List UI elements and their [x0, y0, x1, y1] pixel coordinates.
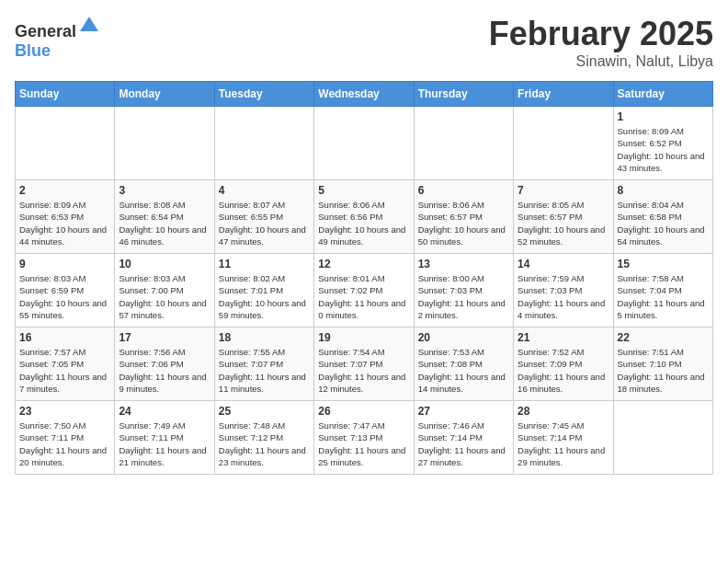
weekday-header-row: SundayMondayTuesdayWednesdayThursdayFrid…	[16, 82, 713, 107]
calendar-cell: 18Sunrise: 7:55 AM Sunset: 7:07 PM Dayli…	[214, 327, 313, 401]
day-info: Sunrise: 7:57 AM Sunset: 7:05 PM Dayligh…	[19, 346, 110, 395]
day-info: Sunrise: 7:49 AM Sunset: 7:11 PM Dayligh…	[119, 419, 210, 468]
calendar-cell: 14Sunrise: 7:59 AM Sunset: 7:03 PM Dayli…	[514, 254, 613, 327]
day-info: Sunrise: 8:03 AM Sunset: 6:59 PM Dayligh…	[19, 272, 110, 321]
day-number: 23	[19, 405, 110, 418]
calendar-cell: 26Sunrise: 7:47 AM Sunset: 7:13 PM Dayli…	[314, 401, 414, 475]
day-number: 8	[618, 184, 709, 197]
weekday-header-thursday: Thursday	[414, 82, 513, 107]
day-number: 10	[119, 258, 210, 270]
calendar-cell	[414, 107, 513, 180]
calendar-cell: 24Sunrise: 7:49 AM Sunset: 7:11 PM Dayli…	[115, 401, 214, 475]
day-info: Sunrise: 7:53 AM Sunset: 7:08 PM Dayligh…	[418, 346, 509, 395]
calendar-cell: 7Sunrise: 8:05 AM Sunset: 6:57 PM Daylig…	[514, 180, 613, 254]
day-number: 15	[618, 258, 709, 270]
day-info: Sunrise: 7:54 AM Sunset: 7:07 PM Dayligh…	[318, 346, 409, 395]
day-number: 24	[119, 405, 210, 418]
day-number: 16	[19, 331, 110, 344]
calendar-cell	[314, 107, 414, 180]
day-number: 26	[318, 405, 409, 418]
day-info: Sunrise: 7:46 AM Sunset: 7:14 PM Dayligh…	[418, 419, 509, 468]
day-info: Sunrise: 7:52 AM Sunset: 7:09 PM Dayligh…	[518, 346, 609, 395]
day-number: 22	[618, 331, 709, 344]
calendar-cell: 25Sunrise: 7:48 AM Sunset: 7:12 PM Dayli…	[214, 401, 313, 475]
calendar-cell: 10Sunrise: 8:03 AM Sunset: 7:00 PM Dayli…	[115, 254, 214, 327]
calendar-cell: 28Sunrise: 7:45 AM Sunset: 7:14 PM Dayli…	[514, 401, 613, 475]
day-number: 25	[219, 405, 310, 418]
day-info: Sunrise: 8:09 AM Sunset: 6:53 PM Dayligh…	[19, 199, 110, 247]
calendar-cell	[115, 107, 214, 180]
day-info: Sunrise: 7:56 AM Sunset: 7:06 PM Dayligh…	[119, 346, 210, 395]
weekday-header-friday: Friday	[514, 82, 613, 107]
weekday-header-tuesday: Tuesday	[214, 82, 313, 107]
calendar-cell	[613, 401, 712, 475]
calendar-cell: 1Sunrise: 8:09 AM Sunset: 6:52 PM Daylig…	[613, 107, 712, 180]
month-year-title: February 2025	[489, 15, 713, 53]
calendar-cell	[514, 107, 613, 180]
logo-icon	[78, 15, 100, 37]
calendar-week-1: 1Sunrise: 8:09 AM Sunset: 6:52 PM Daylig…	[16, 107, 713, 180]
day-number: 3	[119, 184, 210, 197]
calendar-cell: 19Sunrise: 7:54 AM Sunset: 7:07 PM Dayli…	[314, 327, 414, 401]
day-info: Sunrise: 8:04 AM Sunset: 6:58 PM Dayligh…	[618, 199, 709, 247]
calendar-cell: 20Sunrise: 7:53 AM Sunset: 7:08 PM Dayli…	[414, 327, 513, 401]
calendar-cell	[16, 107, 115, 180]
day-number: 12	[318, 258, 409, 270]
day-number: 6	[418, 184, 509, 197]
day-number: 19	[318, 331, 409, 344]
weekday-header-wednesday: Wednesday	[314, 82, 414, 107]
calendar-cell: 17Sunrise: 7:56 AM Sunset: 7:06 PM Dayli…	[115, 327, 214, 401]
day-info: Sunrise: 7:47 AM Sunset: 7:13 PM Dayligh…	[318, 419, 409, 468]
day-info: Sunrise: 7:45 AM Sunset: 7:14 PM Dayligh…	[518, 419, 609, 468]
calendar-cell: 9Sunrise: 8:03 AM Sunset: 6:59 PM Daylig…	[16, 254, 115, 327]
calendar-cell: 23Sunrise: 7:50 AM Sunset: 7:11 PM Dayli…	[16, 401, 115, 475]
calendar-week-4: 16Sunrise: 7:57 AM Sunset: 7:05 PM Dayli…	[16, 327, 713, 401]
calendar-cell: 16Sunrise: 7:57 AM Sunset: 7:05 PM Dayli…	[16, 327, 115, 401]
calendar-cell: 2Sunrise: 8:09 AM Sunset: 6:53 PM Daylig…	[16, 180, 115, 254]
day-info: Sunrise: 8:09 AM Sunset: 6:52 PM Dayligh…	[618, 125, 709, 174]
day-number: 18	[219, 331, 310, 344]
location-subtitle: Sinawin, Nalut, Libya	[489, 53, 713, 70]
day-info: Sunrise: 7:50 AM Sunset: 7:11 PM Dayligh…	[19, 419, 110, 468]
day-number: 20	[418, 331, 509, 344]
day-info: Sunrise: 7:48 AM Sunset: 7:12 PM Dayligh…	[219, 419, 310, 468]
calendar-cell: 4Sunrise: 8:07 AM Sunset: 6:55 PM Daylig…	[214, 180, 313, 254]
calendar-cell: 15Sunrise: 7:58 AM Sunset: 7:04 PM Dayli…	[613, 254, 712, 327]
logo-text: General Blue	[15, 15, 100, 61]
day-info: Sunrise: 8:03 AM Sunset: 7:00 PM Dayligh…	[119, 272, 210, 321]
day-info: Sunrise: 8:02 AM Sunset: 7:01 PM Dayligh…	[219, 272, 310, 321]
day-info: Sunrise: 8:01 AM Sunset: 7:02 PM Dayligh…	[318, 272, 409, 321]
day-info: Sunrise: 8:05 AM Sunset: 6:57 PM Dayligh…	[518, 199, 609, 247]
day-number: 9	[19, 258, 110, 270]
logo-blue: Blue	[15, 41, 51, 60]
calendar-week-3: 9Sunrise: 8:03 AM Sunset: 6:59 PM Daylig…	[16, 254, 713, 327]
day-info: Sunrise: 8:06 AM Sunset: 6:57 PM Dayligh…	[418, 199, 509, 247]
calendar-cell: 8Sunrise: 8:04 AM Sunset: 6:58 PM Daylig…	[613, 180, 712, 254]
day-info: Sunrise: 7:51 AM Sunset: 7:10 PM Dayligh…	[618, 346, 709, 395]
weekday-header-monday: Monday	[115, 82, 214, 107]
day-number: 14	[518, 258, 609, 270]
svg-marker-0	[80, 17, 98, 31]
calendar-cell	[214, 107, 313, 180]
day-info: Sunrise: 7:55 AM Sunset: 7:07 PM Dayligh…	[219, 346, 310, 395]
day-info: Sunrise: 8:06 AM Sunset: 6:56 PM Dayligh…	[318, 199, 409, 247]
calendar-cell: 11Sunrise: 8:02 AM Sunset: 7:01 PM Dayli…	[214, 254, 313, 327]
calendar-cell: 21Sunrise: 7:52 AM Sunset: 7:09 PM Dayli…	[514, 327, 613, 401]
calendar-cell: 22Sunrise: 7:51 AM Sunset: 7:10 PM Dayli…	[613, 327, 712, 401]
logo: General Blue	[15, 15, 100, 61]
day-info: Sunrise: 8:00 AM Sunset: 7:03 PM Dayligh…	[418, 272, 509, 321]
calendar-cell: 3Sunrise: 8:08 AM Sunset: 6:54 PM Daylig…	[115, 180, 214, 254]
day-number: 17	[119, 331, 210, 344]
calendar-week-5: 23Sunrise: 7:50 AM Sunset: 7:11 PM Dayli…	[16, 401, 713, 475]
day-number: 4	[219, 184, 310, 197]
day-number: 7	[518, 184, 609, 197]
calendar-cell: 13Sunrise: 8:00 AM Sunset: 7:03 PM Dayli…	[414, 254, 513, 327]
day-number: 1	[618, 110, 709, 123]
day-number: 11	[219, 258, 310, 270]
day-info: Sunrise: 8:08 AM Sunset: 6:54 PM Dayligh…	[119, 199, 210, 247]
day-info: Sunrise: 8:07 AM Sunset: 6:55 PM Dayligh…	[219, 199, 310, 247]
weekday-header-sunday: Sunday	[16, 82, 115, 107]
calendar-cell: 27Sunrise: 7:46 AM Sunset: 7:14 PM Dayli…	[414, 401, 513, 475]
day-number: 2	[19, 184, 110, 197]
day-info: Sunrise: 7:59 AM Sunset: 7:03 PM Dayligh…	[518, 272, 609, 321]
